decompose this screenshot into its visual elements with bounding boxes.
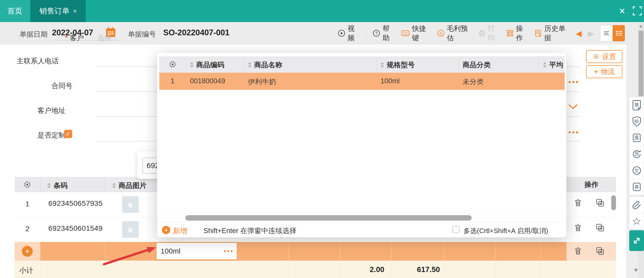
category-column-header[interactable]: 商品分类 [463,60,491,70]
scroll-up-icon[interactable]: ▲ [639,23,643,29]
settings-label: 设置 [602,52,616,61]
hotkeys-button[interactable]: 快捷键 [401,24,431,43]
sort-icon[interactable] [380,62,384,68]
image-column-label: 商品图片 [119,181,147,190]
product-image-placeholder[interactable] [122,221,139,238]
delete-icon[interactable] [574,247,582,255]
contract-label: 合同号 [51,81,73,91]
table-scrollbar-thumb[interactable] [611,195,616,210]
tab-home[interactable]: 首页 [0,0,30,22]
next-doc-icon[interactable]: ▶ [588,29,594,38]
barcode-column-header[interactable]: 条码 [47,181,68,190]
popup-product-name: 伊利牛奶 [248,77,276,86]
sort-icon[interactable] [248,62,252,68]
sidebar-price-shield-icon[interactable]: 价 [629,113,644,130]
video-button[interactable]: 视频 [338,24,360,43]
logistics-button[interactable]: + 物流 [586,65,622,78]
multi-select-checkbox[interactable] [452,226,459,233]
spec-column-header[interactable]: 规格型号 [380,60,415,70]
actions-button[interactable]: 操作 [507,24,528,43]
popup-hscrollbar-corner [157,213,185,222]
grid-squares-icon [507,29,514,37]
popup-product-category: 未分类 [463,77,484,86]
custom-checkbox[interactable]: ✓ [64,130,72,138]
operation-column-label: 操作 [584,180,599,189]
popup-settings-gear-icon[interactable] [168,60,177,70]
sales-order-page: 首页 销售订单 × × 单据日期 2022-04-07 单据编号 SO-2022… [0,0,644,278]
sidebar-stock-icon[interactable]: 库 [629,130,644,146]
column-divider [40,261,41,278]
customer-label: *客户 [65,33,84,43]
barcode-cell[interactable]: 6923450601549 [48,224,103,233]
product-name-column-header[interactable]: 商品名称 [248,60,282,70]
page-scrollbar-thumb[interactable] [639,31,643,96]
sort-icon[interactable] [190,62,194,68]
more-options-icon[interactable] [569,81,578,83]
favorite-star-icon[interactable]: ☆ [629,213,644,229]
sidebar-coupon-icon[interactable]: 券 [629,179,644,195]
rail-scroll-down-icon[interactable]: ▼ [633,267,639,274]
settings-button[interactable]: 设置 [586,50,622,63]
doc-number-value: SO-20220407-001 [163,28,229,37]
sort-icon[interactable] [112,183,116,188]
sidebar-draft-icon[interactable]: 草 [629,97,644,113]
avg-column-header[interactable]: 平均 [543,60,563,70]
copy-add-icon[interactable] [596,247,604,255]
list-view-toggle[interactable] [600,25,613,41]
tab-sales-order[interactable]: 销售订单 × [30,0,86,22]
spec-edit-value: 100ml [161,247,180,255]
sort-icon[interactable] [543,62,547,68]
product-code-column-header[interactable]: 商品编码 [190,60,224,70]
brand-logo-icon [126,200,135,209]
more-options-icon[interactable] [569,131,578,133]
delete-icon[interactable] [574,198,582,207]
expand-panel-button[interactable] [629,230,644,251]
column-divider [539,56,539,73]
active-row[interactable] [40,242,567,261]
grid-settings-gear-icon[interactable] [23,180,32,190]
column-divider [288,261,289,278]
tab-close-icon[interactable]: × [73,8,77,15]
popup-product-row[interactable]: 1 001800049 伊利牛奶 100ml 未分类 [159,73,565,90]
barcode-column-label: 条码 [54,181,68,190]
close-icon[interactable]: × [615,4,629,18]
delete-icon[interactable] [574,223,582,232]
add-product-button[interactable]: 新增 [173,226,187,236]
more-options-icon[interactable] [224,250,233,252]
popup-hscrollbar-thumb[interactable] [185,215,472,221]
fullscreen-icon[interactable] [632,6,642,17]
history-button[interactable]: 历史单据 [535,24,569,43]
add-row-button[interactable]: + [22,246,33,257]
product-image-placeholder[interactable] [122,196,139,213]
copy-add-icon[interactable] [596,223,604,232]
keyboard-icon [401,29,410,37]
sidebar-debt-icon[interactable]: 欠 [629,162,644,179]
sort-icon[interactable] [47,183,51,188]
customer-select-placeholder[interactable]: 选择... [97,33,117,43]
row-index: 2 [15,225,40,233]
brand-logo-icon [126,225,135,234]
attachment-paperclip-icon[interactable] [629,196,644,213]
image-column-header[interactable]: 商品图片 [112,181,147,190]
grid-view-toggle[interactable] [613,25,625,41]
spec-edit-cell[interactable]: 100ml [156,242,237,260]
product-name-label: 商品名称 [254,60,282,70]
row-operations [574,223,604,232]
product-code-label: 商品编码 [196,60,224,70]
chevron-down-icon[interactable] [568,103,579,111]
add-product-icon[interactable]: + [162,226,170,234]
profit-forecast-button[interactable]: 毛 毛利预估 [437,24,472,43]
sidebar-history-icon[interactable]: 历 [629,146,644,162]
svg-text:毛: 毛 [439,31,442,35]
actions-label: 操作 [516,24,528,43]
help-button[interactable]: ? 帮助 [373,24,395,43]
phone-label: 主联系人电话 [17,56,59,66]
multi-select-label: 多选(Crtl+Shift+A 启用/取消) [463,226,548,235]
barcode-cell[interactable]: 6923450657935 [48,199,103,208]
view-toggle-group [600,25,625,42]
print-button: 打印 [478,24,501,43]
column-divider [156,261,156,278]
copy-add-icon[interactable] [596,198,604,207]
prev-doc-icon[interactable]: ◀ [576,29,582,38]
profit-forecast-label: 毛利预估 [447,24,472,43]
